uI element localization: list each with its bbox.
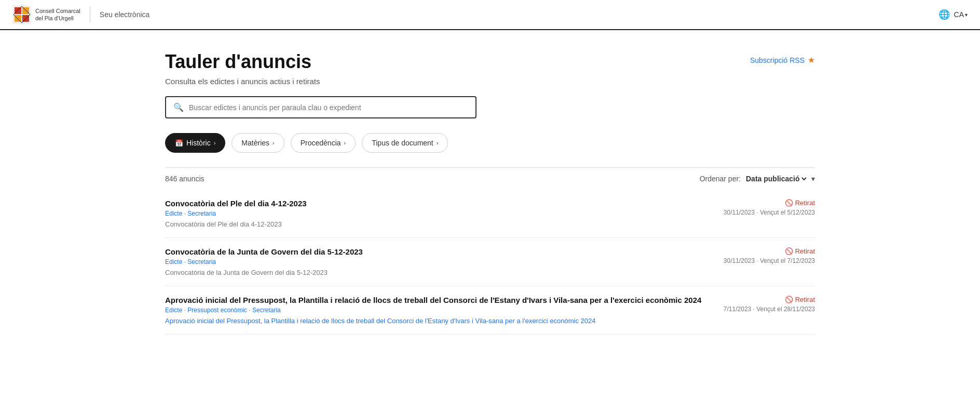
lang-label: CA: [954, 10, 964, 19]
filter-tipus[interactable]: Tipus de document ›: [362, 133, 448, 153]
sort-area: Ordenar per: Data publicació ▾: [700, 174, 815, 183]
table-row: Convocatòria de la Junta de Govern del d…: [165, 238, 815, 286]
sort-select[interactable]: Data publicació: [744, 174, 808, 183]
ann-desc-3[interactable]: Aprovació inicial del Pressupost, la Pla…: [165, 317, 711, 325]
ann-left-2: Convocatòria de la Junta de Govern del d…: [165, 247, 711, 276]
status-label-3: Retirat: [795, 296, 815, 303]
filter-historic[interactable]: 📅 Històric ›: [165, 133, 225, 153]
ann-title-3[interactable]: Aprovació inicial del Pressupost, la Pla…: [165, 296, 711, 304]
no-entry-icon-2: 🚫: [785, 247, 793, 255]
filter-tipus-label: Tipus de document: [372, 139, 433, 147]
rss-link[interactable]: Subscripció RSS ★: [750, 55, 815, 65]
ann-dates-2: 30/11/2023 · Vençut el 7/12/2023: [722, 257, 815, 264]
search-icon: 🔍: [173, 102, 184, 112]
rss-icon: ★: [808, 55, 815, 65]
status-label-1: Retirat: [795, 199, 815, 207]
svg-rect-4: [22, 15, 29, 22]
ann-right-3: 🚫 Retirat 7/11/2023 · Vençut el 28/11/20…: [711, 296, 815, 313]
globe-icon: 🌐: [938, 9, 950, 20]
page-subtitle: Consulta els edictes i anuncis actius i …: [165, 77, 320, 86]
no-entry-icon-3: 🚫: [785, 296, 793, 303]
ann-desc-1: Convocatòria del Ple del dia 4-12-2023: [165, 220, 711, 228]
chevron-right-icon-3: ›: [344, 140, 346, 146]
header-right: 🌐 CA ▾: [938, 9, 968, 20]
ann-status-3: 🚫 Retirat: [722, 296, 815, 303]
chevron-right-icon: ›: [214, 140, 216, 146]
title-row: Tauler d'anuncis Consulta els edictes i …: [165, 51, 815, 96]
site-header: Consell Comarcal del Pla d'Urgell Seu el…: [0, 0, 980, 30]
filter-materies[interactable]: Matèries ›: [232, 133, 284, 153]
ann-status-1: 🚫 Retirat: [722, 199, 815, 207]
filter-procedencia[interactable]: Procedència ›: [291, 133, 356, 153]
ann-left-1: Convocatòria del Ple del dia 4-12-2023 E…: [165, 199, 711, 228]
chevron-right-icon-4: ›: [437, 140, 439, 146]
chevron-right-icon-2: ›: [273, 140, 275, 146]
org-name: Consell Comarcal del Pla d'Urgell: [35, 7, 80, 22]
page-title: Tauler d'anuncis: [165, 51, 320, 73]
status-label-2: Retirat: [795, 247, 815, 255]
search-box: 🔍: [165, 96, 477, 118]
filter-bar: 📅 Històric › Matèries › Procedència › Ti…: [165, 133, 815, 153]
ann-tags-2: Edicte · Secretaria: [165, 258, 711, 265]
ann-left-3: Aprovació inicial del Pressupost, la Pla…: [165, 296, 711, 325]
search-input[interactable]: [189, 103, 468, 112]
announcement-list: Convocatòria del Ple del dia 4-12-2023 E…: [165, 190, 815, 335]
table-row: Aprovació inicial del Pressupost, la Pla…: [165, 286, 815, 335]
rss-label: Subscripció RSS: [750, 56, 805, 64]
sort-label: Ordenar per:: [700, 175, 741, 183]
ann-right-1: 🚫 Retirat 30/11/2023 · Vençut el 5/12/20…: [711, 199, 815, 216]
header-divider: [90, 7, 90, 22]
language-selector[interactable]: CA ▾: [954, 10, 968, 19]
main-content: Tauler d'anuncis Consulta els edictes i …: [153, 30, 827, 355]
svg-rect-2: [22, 7, 29, 14]
sort-chevron-icon: ▾: [811, 175, 815, 183]
count-sort-row: 846 anuncis Ordenar per: Data publicació…: [165, 167, 815, 190]
svg-rect-3: [15, 15, 21, 22]
ann-tags-1: Edicte · Secretaria: [165, 210, 711, 217]
filter-procedencia-label: Procedència: [301, 139, 341, 147]
ann-status-2: 🚫 Retirat: [722, 247, 815, 255]
chevron-down-icon: ▾: [965, 12, 968, 18]
ann-dates-3: 7/11/2023 · Vençut el 28/11/2023: [722, 305, 815, 313]
results-count: 846 anuncis: [165, 175, 205, 183]
org-logo: [12, 5, 31, 24]
logo-area: Consell Comarcal del Pla d'Urgell: [12, 5, 80, 24]
ann-right-2: 🚫 Retirat 30/11/2023 · Vençut el 7/12/20…: [711, 247, 815, 264]
ann-title-2[interactable]: Convocatòria de la Junta de Govern del d…: [165, 247, 711, 256]
header-left: Consell Comarcal del Pla d'Urgell Seu el…: [12, 5, 149, 24]
no-entry-icon-1: 🚫: [785, 199, 793, 207]
calendar-icon: 📅: [175, 139, 183, 147]
svg-rect-1: [15, 7, 21, 14]
title-area: Tauler d'anuncis Consulta els edictes i …: [165, 51, 320, 96]
ann-tags-3: Edicte · Pressupost econòmic · Secretari…: [165, 307, 711, 314]
ann-dates-1: 30/11/2023 · Vençut el 5/12/2023: [722, 209, 815, 216]
table-row: Convocatòria del Ple del dia 4-12-2023 E…: [165, 190, 815, 238]
ann-desc-2: Convocatòria de la Junta de Govern del d…: [165, 269, 711, 276]
filter-historic-label: Històric: [186, 139, 211, 147]
ann-title-1[interactable]: Convocatòria del Ple del dia 4-12-2023: [165, 199, 711, 208]
seu-electronic-label: Seu electrònica: [100, 10, 150, 19]
filter-materies-label: Matèries: [241, 139, 269, 147]
